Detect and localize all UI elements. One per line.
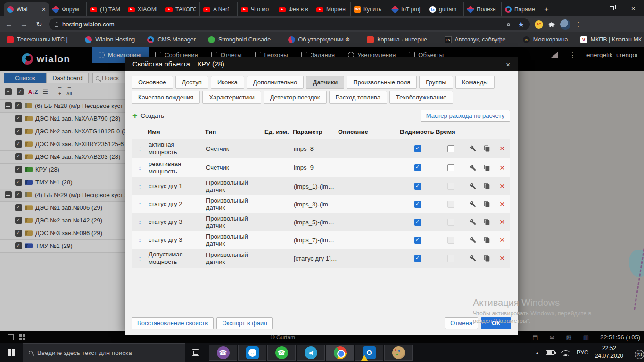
copy-icon[interactable] [480,235,494,245]
plus-icon[interactable]: + [132,113,138,119]
minimize-button[interactable]: – [579,0,601,16]
outlook-app-button[interactable]: O [355,345,383,361]
address-bar[interactable]: hosting.wialon.com ★ [49,18,530,30]
extension-1c-icon[interactable]: 1С [535,20,543,29]
delete-icon[interactable]: ✕ [494,234,510,246]
drag-handle-icon[interactable]: ↕ [132,143,148,154]
browser-tab-active[interactable]: Wial × [4,2,49,16]
delete-icon[interactable]: ✕ [494,253,510,264]
bookmark-item[interactable]: Корзина · интерне... [367,36,432,43]
copy-icon[interactable] [480,217,494,227]
whatsapp-app-button[interactable]: ☎ [267,345,296,361]
copy-icon[interactable] [480,143,494,154]
taskbar-search[interactable]: Введите здесь текст для поиска [23,343,185,362]
chrome-app-button[interactable] [326,345,354,361]
browser-menu-icon[interactable]: ⋮ [575,21,582,28]
viber-app-button[interactable]: ☎ [209,345,237,361]
profile-avatar[interactable] [560,19,570,30]
tab-general[interactable]: Основное [132,76,173,89]
dialog-close-icon[interactable]: × [506,60,510,68]
clock[interactable]: 22:52 24.07.2020 [595,345,623,360]
browser-tab[interactable]: (1) ТАМ [87,2,124,16]
edit-wrench-icon[interactable] [466,163,480,173]
browser-tab[interactable]: IoT proj [388,2,426,16]
start-button[interactable] [0,343,23,362]
notification-center-icon[interactable]: 23 [630,349,639,356]
restore-properties-button[interactable]: Восстановление свойств [132,317,214,329]
browser-tab[interactable]: Фен в в [275,2,313,16]
export-to-file-button[interactable]: Экспорт в файл [216,317,273,329]
browser-tab[interactable]: Ggurtam [426,2,464,16]
tab-custom-fields[interactable]: Произвольные поля [347,76,417,89]
bookmark-item[interactable]: Stronghold Crusade... [208,36,276,43]
drag-handle-icon[interactable]: ↕ [132,234,148,246]
bookmark-item[interactable]: VМКПВ | Клапан МК... [580,36,644,43]
new-tab-button[interactable]: + [544,5,549,14]
tab-close-icon[interactable]: × [42,6,46,13]
visibility-checkbox[interactable] [414,145,421,152]
drag-handle-icon[interactable]: ↕ [132,253,148,264]
drag-handle-icon[interactable]: ↕ [132,216,148,228]
tab-advanced[interactable]: Дополнительно [247,76,304,89]
delete-icon[interactable]: ✕ [494,198,510,210]
delete-icon[interactable]: ✕ [494,162,510,173]
restore-button[interactable] [601,0,622,16]
url-text[interactable]: hosting.wialon.com [62,21,503,28]
edit-wrench-icon[interactable] [466,253,480,263]
edit-wrench-icon[interactable] [466,181,480,191]
tab-profile[interactable]: Характеристики [202,91,261,104]
delete-icon[interactable]: ✕ [494,143,510,154]
tab-icon[interactable]: Иконка [211,76,244,89]
dialog-header[interactable]: Свойства объекта – КРУ (28) × [125,57,518,71]
ok-button[interactable]: ОК [481,317,511,329]
visibility-checkbox[interactable] [414,255,421,262]
browser-tab[interactable]: Что мо [238,2,275,16]
browser-tab[interactable]: Морген [313,2,351,16]
tab-sensors[interactable]: Датчики [306,76,344,89]
tab-fuel-consumption[interactable]: Расход топлива [329,91,387,104]
language-indicator[interactable]: РУС [577,349,588,356]
tray-expand-icon[interactable]: ▲ [535,350,539,355]
drag-handle-icon[interactable]: ↕ [132,181,148,192]
back-icon[interactable]: ← [4,20,14,29]
delete-icon[interactable]: ✕ [494,216,510,228]
cancel-button[interactable]: Отмена [445,317,478,329]
edit-wrench-icon[interactable] [466,235,480,245]
browser-tab[interactable]: ТАКОГО [162,2,200,16]
time-checkbox[interactable] [447,145,454,152]
forward-icon[interactable]: → [19,20,29,29]
edit-wrench-icon[interactable] [466,217,480,227]
visibility-checkbox[interactable] [414,219,421,226]
browser-tab[interactable]: XIAOMI [124,2,162,16]
close-button[interactable]: × [622,0,644,16]
extensions-puzzle-icon[interactable] [548,21,555,28]
drag-handle-icon[interactable]: ↕ [132,162,148,173]
visibility-checkbox[interactable] [414,183,421,190]
edit-wrench-icon[interactable] [466,199,480,209]
browser-tab[interactable]: A Nerf [200,2,238,16]
task-view-button[interactable] [185,343,206,362]
password-key-icon[interactable] [507,21,514,28]
create-sensor-button[interactable]: Создать [141,112,164,119]
browser-tab[interactable]: Полезн [464,2,502,16]
fuel-wizard-button[interactable]: Мастер расхода по расчету [421,110,510,122]
tab-access[interactable]: Доступ [175,76,208,89]
teamviewer-app-button[interactable]: ↔ [238,345,266,361]
edit-wrench-icon[interactable] [466,143,480,154]
copy-icon[interactable] [480,253,494,263]
copy-icon[interactable] [480,181,494,191]
reload-icon[interactable]: ↻ [34,20,44,29]
bookmark-item[interactable]: Wialon Hosting [85,36,135,43]
visibility-checkbox[interactable] [414,237,421,244]
bookmark-item[interactable]: wМоя корзина [523,36,568,43]
copy-icon[interactable] [480,163,494,173]
time-checkbox[interactable] [447,164,454,171]
browser-tab[interactable]: Форум [49,2,87,16]
visibility-checkbox[interactable] [414,201,421,208]
visibility-checkbox[interactable] [414,164,421,171]
telegram-app-button[interactable] [297,345,325,361]
bookmark-item[interactable]: LSАвтозвук, сабвуфе... [445,36,511,43]
battery-icon[interactable] [546,350,555,355]
wifi-icon[interactable] [561,350,570,356]
tab-trip-detector[interactable]: Детектор поездок [264,91,327,104]
